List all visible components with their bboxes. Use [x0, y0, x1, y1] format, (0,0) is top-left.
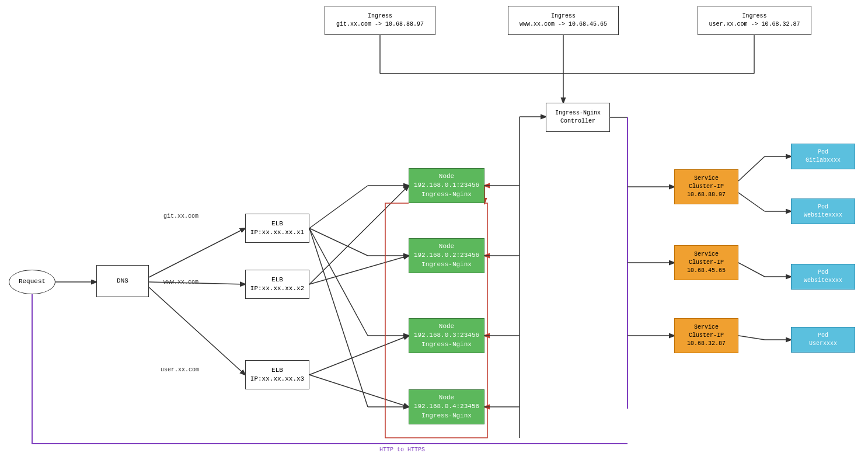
ingress2-node: Ingress www.xx.com -> 10.68.45.65: [508, 6, 619, 35]
service2-node: Service Cluster-IP 10.68.45.65: [674, 245, 738, 280]
http-https-label: HTTP to HTTPS: [379, 447, 425, 453]
request-label: Request: [19, 277, 46, 286]
ingress3-label: Ingress user.xx.com -> 10.68.32.87: [709, 12, 800, 29]
svg-line-6: [309, 228, 368, 256]
dns-node: DNS: [96, 265, 149, 297]
ingress-nginx-ctrl-label: Ingress-Nginx Controller: [555, 109, 601, 126]
service3-node: Service Cluster-IP 10.68.32.87: [674, 318, 738, 353]
service1-node: Service Cluster-IP 10.68.88.97: [674, 169, 738, 204]
svg-line-44: [738, 263, 765, 277]
service2-label: Service Cluster-IP 10.68.45.65: [687, 250, 726, 275]
pod1-label: Pod Gitlabxxxx: [806, 148, 841, 165]
user-domain-label: user.xx.com: [161, 367, 199, 373]
svg-line-4: [309, 186, 368, 228]
elb2-label: ELB IP:xx.xx.xx.x2: [250, 276, 304, 294]
k8s-node1-label: Node 192.168.0.1:23456 Ingress-Nginx: [414, 172, 479, 199]
pod3-label: Pod Websitexxxx: [804, 269, 842, 285]
dns-label: DNS: [117, 277, 128, 285]
ingress1-node: Ingress git.xx.com -> 10.68.88.97: [325, 6, 435, 35]
pod4-label: Pod Userxxxx: [809, 332, 837, 348]
ingress2-label: Ingress www.xx.com -> 10.68.45.65: [520, 12, 607, 29]
connection-lines: [0, 0, 868, 453]
elb3-node: ELB IP:xx.xx.xx.x3: [245, 360, 309, 389]
svg-line-10: [309, 228, 368, 407]
svg-line-13: [309, 186, 409, 284]
svg-line-42: [738, 193, 765, 211]
k8s-node1: Node 192.168.0.1:23456 Ingress-Nginx: [409, 168, 484, 203]
diagram-container: Request DNS git.xx.com www.xx.com user.x…: [0, 0, 868, 453]
elb1-node: ELB IP:xx.xx.xx.x1: [245, 214, 309, 243]
k8s-node3: Node 192.168.0.3:23456 Ingress-Nginx: [409, 318, 484, 353]
git-domain-label: git.xx.com: [163, 213, 198, 219]
service3-label: Service Cluster-IP 10.68.32.87: [687, 323, 726, 348]
pod3-node: Pod Websitexxxx: [791, 264, 855, 290]
ingress3-node: Ingress user.xx.com -> 10.68.32.87: [698, 6, 811, 35]
elb1-label: ELB IP:xx.xx.xx.x1: [250, 219, 304, 238]
svg-line-15: [309, 336, 409, 375]
ingress1-label: Ingress git.xx.com -> 10.68.88.97: [336, 12, 424, 29]
elb2-node: ELB IP:xx.xx.xx.x2: [245, 270, 309, 299]
svg-line-46: [738, 336, 765, 340]
elb3-label: ELB IP:xx.xx.xx.x3: [250, 366, 304, 384]
svg-line-1: [149, 228, 245, 277]
svg-line-3: [149, 287, 245, 375]
pod2-label: Pod Websitexxxx: [804, 203, 842, 219]
request-node: Request: [9, 270, 55, 294]
pod1-node: Pod Gitlabxxxx: [791, 144, 855, 169]
ingress-nginx-ctrl-node: Ingress-Nginx Controller: [546, 103, 610, 132]
svg-line-12: [309, 256, 409, 284]
pod4-node: Pod Userxxxx: [791, 327, 855, 353]
k8s-node2: Node 192.168.0.2:23456 Ingress-Nginx: [409, 238, 484, 273]
pod2-node: Pod Websitexxxx: [791, 198, 855, 224]
svg-line-40: [738, 156, 765, 181]
svg-line-8: [309, 228, 368, 336]
k8s-node4-label: Node 192.168.0.4:23456 Ingress-Nginx: [414, 393, 479, 420]
svg-line-14: [309, 375, 409, 407]
k8s-node4: Node 192.168.0.4:23456 Ingress-Nginx: [409, 389, 484, 424]
k8s-node3-label: Node 192.168.0.3:23456 Ingress-Nginx: [414, 322, 479, 349]
www-domain-label: www.xx.com: [163, 279, 198, 285]
service1-label: Service Cluster-IP 10.68.88.97: [687, 175, 726, 199]
k8s-node2-label: Node 192.168.0.2:23456 Ingress-Nginx: [414, 242, 479, 269]
